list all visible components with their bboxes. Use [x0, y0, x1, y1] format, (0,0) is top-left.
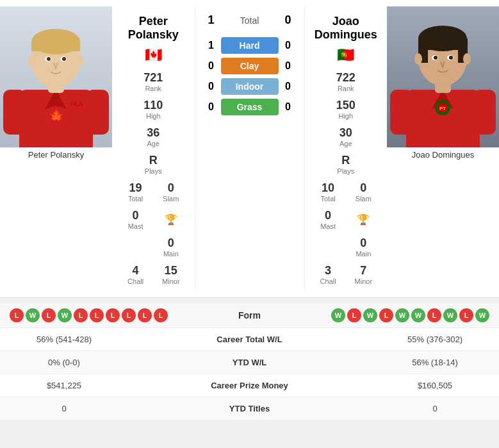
svg-text:🍁: 🍁	[47, 107, 65, 124]
total-right-score: 0	[279, 13, 298, 27]
career-stat-right-3: 0	[384, 404, 486, 413]
clay-left: 0	[202, 60, 221, 72]
form-row: LWLWLLLLLL Form WLWLWWLWLW	[0, 303, 499, 328]
left-chall-label: Chall	[120, 278, 151, 285]
left-total-label: Total	[120, 195, 151, 203]
form-badge-left: L	[74, 308, 88, 322]
career-stat-row: 0% (0-0) YTD W/L 56% (18-14)	[0, 351, 499, 374]
left-player-stats: Peter Polansky 🇨🇦 721 Rank 110 High 36 A…	[112, 6, 195, 291]
main-container: 🍁 FILA Peter Polansky Peter Polansky 🇨🇦 …	[0, 0, 499, 420]
right-total-cell: 10 Total	[311, 179, 345, 205]
right-age-label: Age	[313, 140, 380, 147]
svg-rect-7	[31, 42, 80, 51]
left-age-label: Age	[120, 140, 187, 147]
left-plays-value: R	[120, 154, 187, 167]
left-rank-cell: 721 Rank	[119, 69, 188, 95]
total-label: Total	[221, 15, 279, 26]
right-player-column: PT Joao Domingues	[387, 6, 499, 291]
left-plays-cell: R Plays	[119, 151, 188, 178]
indoor-row: 0 Indoor 0	[202, 78, 298, 95]
career-stat-right-2: $160,505	[384, 381, 486, 390]
right-form-badges: WLWLWWLWLW	[331, 308, 489, 322]
form-label: Form	[211, 310, 288, 320]
total-row: 1 Total 0	[202, 13, 298, 27]
clay-row: 0 Clay 0	[202, 58, 298, 74]
svg-point-30	[434, 56, 438, 60]
left-player-flag: 🇨🇦	[145, 47, 162, 63]
right-trophy-cell: 🏆	[347, 206, 380, 233]
left-main-label: Main	[155, 250, 186, 258]
left-minor-label: Minor	[155, 278, 186, 285]
svg-point-33	[463, 53, 471, 65]
career-stat-right-0: 55% (376-302)	[384, 335, 486, 344]
right-mast-label: Mast	[313, 222, 344, 230]
hard-row: 1 Hard 0	[202, 37, 298, 54]
career-stat-label-2: Career Prize Money	[202, 381, 298, 390]
svg-point-32	[414, 53, 422, 65]
right-player-stats: Joao Domingues 🇵🇹 722 Rank 150 High 30 A…	[304, 6, 388, 291]
left-total-value: 19	[120, 181, 151, 195]
form-badge-right: W	[443, 308, 457, 322]
total-left-score: 1	[202, 13, 221, 27]
surface-rows: 1 Hard 0 0 Clay 0 0 Indoor 0 0 Grass	[202, 33, 298, 119]
svg-rect-38	[473, 90, 496, 135]
form-badge-right: W	[331, 308, 345, 322]
form-badge-left: W	[26, 308, 40, 322]
right-age-cell: 30 Age	[311, 124, 381, 150]
form-badge-left: L	[138, 308, 152, 322]
right-high-label: High	[313, 112, 380, 120]
right-main-cell: 0 Main	[347, 234, 380, 260]
left-minor-value: 15	[155, 264, 186, 278]
left-player-name: Peter Polansky	[115, 10, 192, 44]
right-minor-label: Minor	[348, 278, 379, 285]
form-badge-left: L	[90, 308, 104, 322]
left-mast-value: 0	[120, 209, 151, 222]
head-to-head: 1 Total 0 1 Hard 0 0 Clay 0 0 Indoor	[195, 6, 304, 291]
right-mast-value: 0	[313, 209, 344, 222]
svg-point-11	[62, 57, 66, 61]
right-slam-value: 0	[348, 181, 379, 195]
right-player-name-below: Joao Domingues	[387, 147, 499, 162]
career-stat-left-0: 56% (541-428)	[13, 335, 115, 344]
indoor-left: 0	[202, 81, 221, 92]
career-stats-container: 56% (541-428) Career Total W/L 55% (376-…	[0, 328, 499, 420]
career-stat-label-1: YTD W/L	[202, 358, 298, 367]
hard-left: 1	[202, 40, 221, 51]
form-badge-right: W	[363, 308, 377, 322]
svg-point-10	[47, 57, 51, 61]
career-stat-left-2: $541,225	[13, 381, 115, 390]
left-high-value: 110	[120, 99, 187, 112]
career-stat-label-0: Career Total W/L	[202, 335, 298, 344]
svg-point-31	[449, 56, 453, 60]
svg-rect-17	[86, 90, 109, 135]
left-trophy-cell: 🏆	[154, 206, 188, 233]
form-badge-left: L	[154, 308, 168, 322]
form-badge-left: L	[122, 308, 136, 322]
left-total-cell: 19 Total	[119, 179, 152, 205]
career-stat-label-3: YTD Titles	[202, 404, 298, 413]
right-total-value: 10	[313, 181, 344, 195]
svg-text:FILA: FILA	[70, 101, 83, 107]
right-rank-label: Rank	[313, 85, 380, 92]
clay-badge: Clay	[221, 58, 279, 74]
right-plays-label: Plays	[313, 167, 380, 175]
hard-right: 0	[279, 40, 298, 51]
svg-rect-37	[390, 90, 413, 135]
form-badge-left: L	[42, 308, 56, 322]
right-rank-cell: 722 Rank	[311, 69, 381, 95]
form-badge-left: W	[58, 308, 72, 322]
right-minor-value: 7	[348, 264, 379, 278]
form-badge-right: L	[459, 308, 473, 322]
indoor-right: 0	[279, 81, 298, 92]
indoor-badge: Indoor	[221, 78, 279, 95]
left-mast-label: Mast	[120, 222, 151, 230]
left-player-column: 🍁 FILA Peter Polansky	[0, 6, 112, 291]
form-badge-left: L	[106, 308, 120, 322]
left-high-cell: 110 High	[119, 96, 188, 122]
form-badge-right: W	[411, 308, 425, 322]
left-plays-label: Plays	[120, 167, 187, 175]
right-plays-value: R	[313, 154, 380, 167]
svg-rect-16	[3, 90, 26, 135]
left-slam-cell: 0 Slam	[154, 179, 188, 205]
left-slam-label: Slam	[155, 195, 186, 203]
